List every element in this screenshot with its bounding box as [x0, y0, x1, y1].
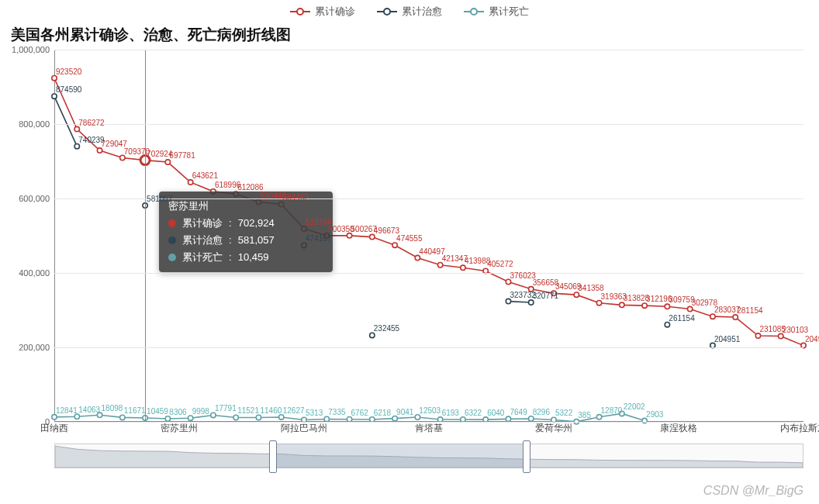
legend-symbol: [290, 7, 310, 16]
svg-point-6: [52, 76, 57, 81]
svg-point-28: [551, 291, 556, 295]
dot-icon: [168, 236, 176, 244]
svg-point-38: [779, 333, 783, 338]
chart-container: { "title": "美国各州累计确诊、治愈、死亡病例折线图", "water…: [0, 0, 819, 504]
svg-point-59: [279, 415, 284, 419]
dot-icon: [168, 219, 176, 227]
x-axis: 田纳西密苏里州阿拉巴马州肯塔基爱荷华州康涅狄格内布拉斯加: [54, 422, 803, 439]
svg-point-61: [324, 416, 329, 421]
x-tick: 内布拉斯加: [780, 422, 819, 435]
svg-point-1: [297, 9, 303, 15]
x-tick: 爱荷华州: [535, 422, 572, 435]
svg-point-11: [165, 160, 170, 164]
tooltip: 密苏里州 累计确诊: 702,924 累计治愈: 581,057 累计死亡: 1…: [159, 192, 333, 272]
svg-point-21: [392, 243, 397, 247]
svg-point-19: [347, 233, 351, 238]
svg-point-52: [120, 415, 125, 419]
data-zoom[interactable]: [54, 444, 803, 468]
svg-point-50: [74, 414, 79, 419]
svg-point-7: [74, 126, 79, 131]
svg-point-56: [211, 413, 216, 417]
svg-point-12: [188, 180, 192, 185]
tooltip-row: 累计治愈: 581,057: [168, 232, 323, 249]
y-tick: 600,000: [19, 194, 50, 203]
svg-point-44: [370, 333, 375, 337]
svg-point-55: [188, 416, 192, 420]
x-tick: 密苏里州: [161, 422, 198, 435]
tooltip-row: 累计确诊: 702,924: [168, 215, 323, 232]
svg-point-26: [506, 279, 510, 284]
data-label: 204951: [805, 335, 819, 343]
legend-label: 累计确诊: [315, 5, 355, 19]
svg-point-20: [370, 234, 375, 239]
svg-point-49: [52, 415, 57, 419]
svg-point-47: [665, 322, 669, 326]
svg-point-23: [437, 263, 442, 268]
legend-symbol: [377, 7, 397, 16]
svg-point-35: [710, 314, 715, 319]
zoom-selection[interactable]: [272, 444, 528, 468]
x-tick: 阿拉巴马州: [281, 422, 327, 435]
svg-point-27: [529, 287, 534, 292]
svg-point-51: [97, 413, 102, 417]
svg-point-69: [506, 416, 510, 421]
svg-point-31: [620, 302, 624, 307]
chart-title: 美国各州累计确诊、治愈、死亡病例折线图: [0, 19, 819, 50]
y-tick: 400,000: [19, 268, 50, 278]
svg-point-65: [415, 415, 420, 419]
svg-point-54: [165, 416, 170, 421]
svg-point-58: [256, 415, 261, 419]
svg-point-24: [461, 265, 465, 270]
x-tick: 肯塔基: [415, 422, 443, 435]
x-tick: 田纳西: [40, 422, 68, 435]
svg-point-74: [620, 411, 624, 416]
svg-point-9: [120, 155, 125, 160]
svg-point-34: [687, 306, 692, 311]
svg-point-3: [384, 9, 390, 15]
svg-point-36: [733, 315, 738, 319]
svg-point-70: [529, 416, 534, 421]
dot-icon: [168, 254, 176, 261]
legend-item-cured[interactable]: 累计治愈: [377, 5, 442, 19]
svg-point-29: [574, 292, 579, 297]
svg-point-22: [415, 255, 420, 260]
svg-point-5: [471, 9, 477, 15]
legend-item-death[interactable]: 累计死亡: [464, 5, 529, 19]
svg-point-8: [97, 148, 102, 153]
y-tick: 200,000: [19, 343, 50, 352]
tooltip-title: 密苏里州: [168, 198, 323, 215]
x-tick: 康涅狄格: [660, 422, 697, 435]
watermark: CSDN @Mr_BigG: [703, 484, 803, 498]
y-tick: 1,000,000: [12, 45, 50, 54]
svg-point-64: [392, 416, 397, 420]
svg-point-40: [52, 94, 57, 98]
legend-symbol: [464, 7, 484, 16]
legend-item-confirmed[interactable]: 累计确诊: [290, 5, 355, 19]
svg-point-57: [233, 415, 238, 419]
svg-point-41: [74, 143, 79, 148]
svg-point-73: [596, 415, 601, 419]
svg-point-46: [529, 300, 534, 305]
y-axis: 0200,000400,000600,000800,0001,000,000: [8, 50, 54, 422]
svg-point-33: [665, 304, 669, 309]
svg-point-37: [755, 333, 760, 338]
y-tick: 800,000: [19, 119, 50, 129]
svg-point-45: [506, 299, 510, 303]
tooltip-row: 累计死亡: 10,459: [168, 249, 323, 266]
legend-label: 累计治愈: [402, 5, 442, 19]
svg-point-30: [596, 301, 601, 306]
legend: 累计确诊 累计治愈 累计死亡: [0, 0, 819, 19]
svg-point-32: [642, 303, 647, 308]
crosshair-line: [145, 50, 146, 422]
plot-area[interactable]: 0200,000400,000600,000800,0001,000,000 田…: [54, 50, 803, 422]
legend-label: 累计死亡: [489, 5, 529, 19]
zoom-handle-left[interactable]: [269, 440, 277, 473]
zoom-handle-right[interactable]: [523, 440, 530, 473]
svg-point-62: [347, 417, 351, 422]
